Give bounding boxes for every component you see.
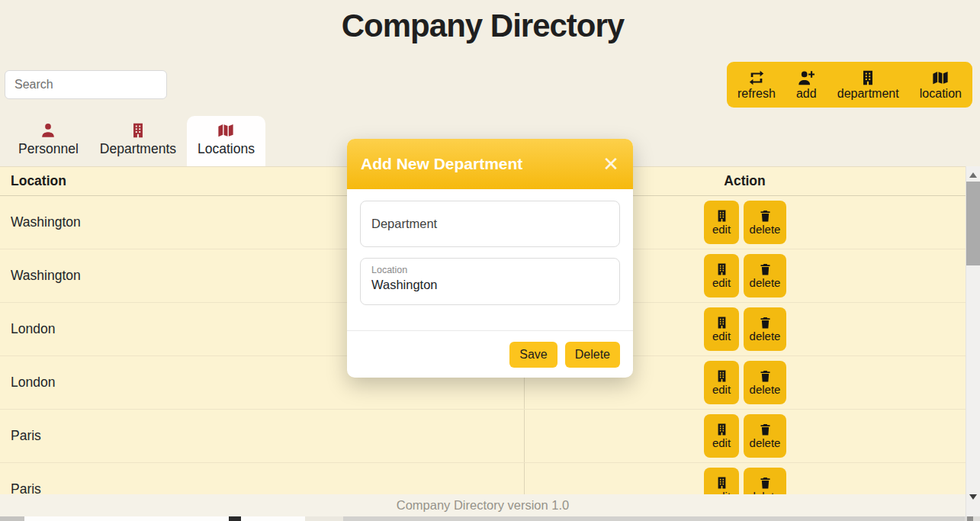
taskbar-icon bbox=[229, 516, 241, 521]
tab-locations-label: Locations bbox=[198, 141, 255, 157]
location-field[interactable]: Location bbox=[360, 258, 620, 305]
taskbar-segment bbox=[0, 516, 24, 521]
modal-header: Add New Department ✕ bbox=[347, 139, 633, 189]
location-field-input[interactable] bbox=[371, 276, 609, 292]
modal-footer: Save Delete bbox=[347, 330, 633, 378]
delete-button-label: delete bbox=[750, 437, 781, 450]
action-cell: edit delete bbox=[524, 410, 966, 462]
delete-button-label: delete bbox=[750, 330, 781, 343]
modal-title: Add New Department bbox=[361, 155, 522, 173]
taskbar-icon bbox=[967, 516, 973, 521]
tab-personnel[interactable]: Personnel bbox=[8, 116, 89, 166]
add-person-button[interactable]: add bbox=[796, 69, 817, 101]
add-location-button[interactable]: location bbox=[920, 69, 962, 101]
building-icon bbox=[715, 209, 729, 223]
trash-icon bbox=[758, 369, 773, 383]
trash-icon bbox=[758, 476, 773, 490]
edit-button-label: edit bbox=[712, 437, 731, 450]
person-add-icon bbox=[797, 69, 815, 86]
tab-personnel-label: Personnel bbox=[18, 141, 79, 157]
map-icon bbox=[217, 122, 234, 139]
delete-button-label: delete bbox=[750, 224, 781, 236]
vertical-scrollbar[interactable] bbox=[966, 166, 980, 516]
location-field-label: Location bbox=[371, 265, 609, 276]
footer-text: Company Directory version 1.0 bbox=[397, 498, 570, 513]
edit-button-label: edit bbox=[712, 277, 731, 290]
location-button-label: location bbox=[920, 87, 962, 101]
scrollbar-thumb[interactable] bbox=[966, 182, 980, 265]
building-icon bbox=[715, 423, 729, 436]
person-icon bbox=[40, 122, 56, 139]
modal-body: Location bbox=[347, 189, 633, 305]
tab-bar: Personnel Departments Locations bbox=[8, 116, 265, 166]
trash-icon bbox=[758, 423, 773, 436]
add-department-modal: Add New Department ✕ Location Save Delet… bbox=[347, 139, 633, 378]
refresh-icon bbox=[747, 69, 766, 86]
search-input[interactable] bbox=[5, 70, 167, 99]
edit-button[interactable]: edit bbox=[704, 307, 739, 351]
add-button-label: add bbox=[796, 87, 817, 101]
edit-button[interactable]: edit bbox=[704, 361, 739, 404]
delete-button[interactable]: delete bbox=[744, 307, 786, 351]
modal-delete-button[interactable]: Delete bbox=[565, 342, 620, 368]
edit-button-label: edit bbox=[712, 384, 731, 397]
tab-departments-label: Departments bbox=[100, 141, 176, 157]
delete-button[interactable]: delete bbox=[744, 201, 786, 244]
add-department-button[interactable]: department bbox=[837, 69, 899, 101]
trash-icon bbox=[758, 262, 773, 276]
edit-button[interactable]: edit bbox=[704, 254, 739, 297]
save-button[interactable]: Save bbox=[509, 342, 557, 368]
taskbar-segment bbox=[305, 516, 343, 521]
building-icon bbox=[715, 369, 729, 383]
taskbar-edge bbox=[0, 516, 980, 521]
building-icon bbox=[859, 69, 877, 86]
delete-button[interactable]: delete bbox=[744, 361, 786, 404]
delete-button[interactable]: delete bbox=[744, 414, 786, 458]
edit-button[interactable]: edit bbox=[704, 414, 739, 458]
building-icon bbox=[715, 476, 729, 490]
building-icon bbox=[715, 316, 729, 330]
table-row: Paris edit delete bbox=[0, 410, 966, 463]
department-button-label: department bbox=[837, 87, 899, 101]
company-directory-app: Company Directory refresh add department… bbox=[0, 0, 980, 521]
building-icon bbox=[715, 262, 729, 276]
tab-departments[interactable]: Departments bbox=[89, 116, 187, 166]
refresh-button-label: refresh bbox=[737, 87, 776, 101]
department-field[interactable] bbox=[360, 201, 620, 247]
scroll-up-arrow-icon[interactable] bbox=[969, 172, 977, 178]
delete-button-label: delete bbox=[750, 277, 781, 290]
refresh-button[interactable]: refresh bbox=[737, 69, 776, 101]
close-icon[interactable]: ✕ bbox=[602, 154, 619, 174]
trash-icon bbox=[758, 209, 773, 223]
edit-button-label: edit bbox=[712, 224, 731, 236]
location-cell: Paris bbox=[0, 428, 524, 444]
page-title: Company Directory bbox=[0, 8, 966, 44]
delete-button-label: delete bbox=[750, 384, 781, 397]
toolbar: refresh add department location bbox=[727, 62, 972, 108]
taskbar-search-box-edge bbox=[24, 516, 305, 521]
scroll-down-arrow-icon[interactable] bbox=[969, 494, 977, 500]
edit-button[interactable]: edit bbox=[704, 201, 739, 244]
edit-button-label: edit bbox=[712, 330, 731, 343]
delete-button[interactable]: delete bbox=[744, 254, 786, 297]
footer-bar: Company Directory version 1.0 bbox=[0, 494, 966, 516]
map-icon bbox=[931, 69, 949, 86]
trash-icon bbox=[758, 316, 773, 330]
tab-locations[interactable]: Locations bbox=[187, 116, 265, 166]
building-icon bbox=[130, 122, 146, 139]
